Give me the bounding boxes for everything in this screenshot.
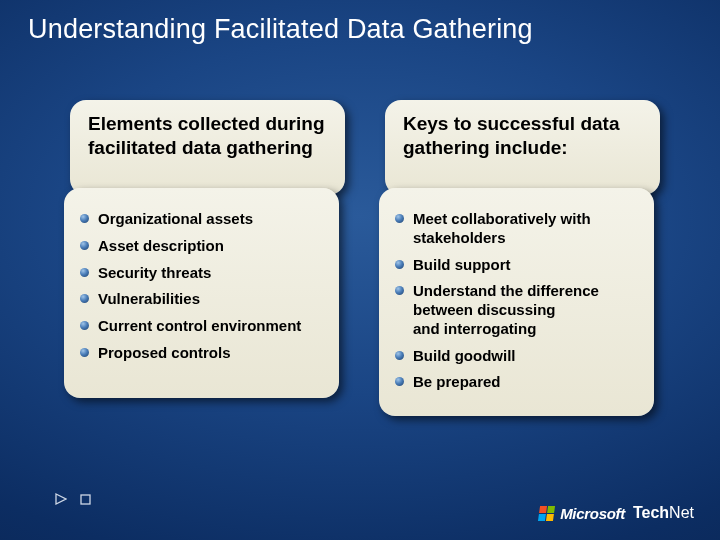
right-heading-panel: Keys to successful data gathering includ… [385, 100, 660, 195]
list-item: Organizational assets [78, 210, 323, 229]
play-button[interactable] [54, 492, 68, 506]
list-item: Build goodwill [393, 347, 638, 366]
list-item: Vulnerabilities [78, 290, 323, 309]
svg-marker-0 [56, 494, 66, 504]
left-heading-panel: Elements collected during facilitated da… [70, 100, 345, 195]
microsoft-wordmark: Microsoft [560, 505, 625, 522]
list-item: Proposed controls [78, 344, 323, 363]
list-item: Security threats [78, 264, 323, 283]
right-bullet-list: Meet collaboratively with stakeholders B… [393, 210, 638, 392]
nav-controls [54, 492, 92, 506]
right-heading: Keys to successful data gathering includ… [403, 112, 642, 160]
left-bullet-list: Organizational assets Asset description … [78, 210, 323, 363]
left-heading: Elements collected during facilitated da… [88, 112, 327, 160]
right-column: Keys to successful data gathering includ… [385, 100, 660, 195]
technet-wordmark: TechNet [633, 504, 694, 522]
play-icon [55, 493, 67, 505]
footer-logo: Microsoft TechNet [539, 504, 694, 522]
list-item: Asset description [78, 237, 323, 256]
right-list-panel: Meet collaboratively with stakeholders B… [379, 188, 654, 416]
list-item: Meet collaboratively with stakeholders [393, 210, 638, 248]
svg-rect-1 [81, 495, 90, 504]
list-item: Be prepared [393, 373, 638, 392]
stop-button[interactable] [78, 492, 92, 506]
slide-title: Understanding Facilitated Data Gathering [28, 14, 700, 45]
list-item: Build support [393, 256, 638, 275]
list-item: Understand the difference between discus… [393, 282, 638, 338]
microsoft-flag-icon [538, 506, 555, 521]
list-item: Current control environment [78, 317, 323, 336]
stop-icon [80, 494, 91, 505]
left-list-panel: Organizational assets Asset description … [64, 188, 339, 398]
left-column: Elements collected during facilitated da… [70, 100, 345, 195]
content-columns: Elements collected during facilitated da… [70, 100, 660, 195]
